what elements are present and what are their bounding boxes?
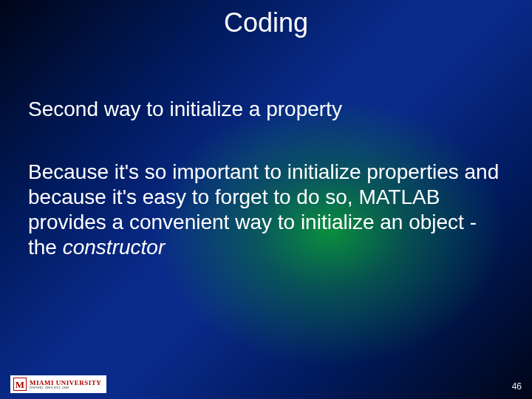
logo-subtitle: OXFORD, OHIO EST. 1809 [30, 386, 103, 389]
logo-letter-icon: M [13, 378, 27, 391]
slide-body: Because it's so important to initialize … [28, 160, 504, 261]
page-number: 46 [512, 381, 522, 392]
logo-text-block: MIAMI UNIVERSITY OXFORD, OHIO EST. 1809 [30, 380, 103, 389]
slide: Coding Second way to initialize a proper… [0, 0, 532, 399]
university-logo: M MIAMI UNIVERSITY OXFORD, OHIO EST. 180… [10, 375, 106, 393]
slide-title: Coding [0, 7, 532, 38]
slide-subtitle: Second way to initialize a property [28, 96, 504, 122]
body-text-italic: constructor [63, 236, 166, 259]
